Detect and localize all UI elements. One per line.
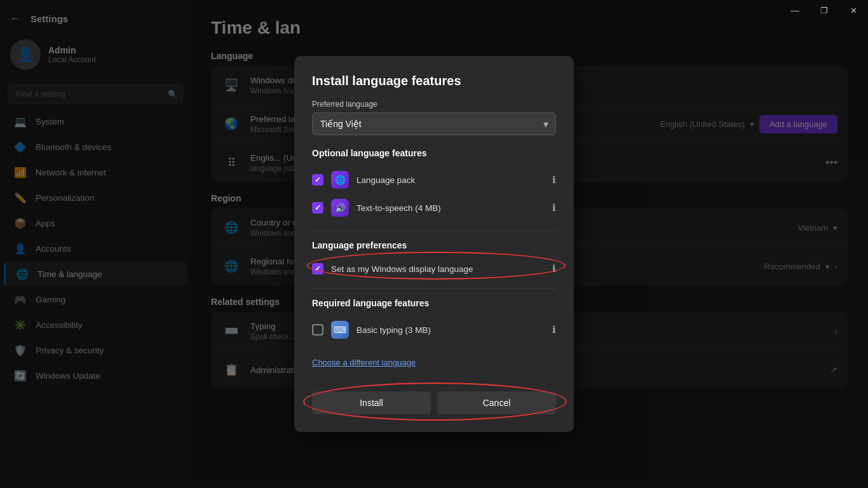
basic-typing-checkbox[interactable] <box>312 324 323 336</box>
lang-prefs-title: Language preferences <box>312 240 556 250</box>
close-button[interactable]: ✕ <box>839 0 868 20</box>
language-dropdown[interactable]: Tiếng Việt <box>312 112 556 135</box>
lang-dropdown-wrap: Tiếng Việt ▾ <box>312 112 556 135</box>
text-to-speech-label: Text-to-speech (4 MB) <box>356 203 545 213</box>
basic-typing-row: ⌨ Basic typing (3 MB) ℹ <box>312 316 556 344</box>
divider-2 <box>312 288 556 289</box>
modal-overlay: Install language features Preferred lang… <box>0 0 868 488</box>
language-pack-checkbox[interactable]: ✓ <box>312 174 323 186</box>
set-display-lang-label: Set as my Windows display language <box>331 264 545 274</box>
install-language-dialog: Install language features Preferred lang… <box>294 56 574 432</box>
text-to-speech-checkbox[interactable]: ✓ <box>312 202 323 214</box>
info-icon[interactable]: ℹ <box>552 174 556 186</box>
cancel-button[interactable]: Cancel <box>437 391 556 414</box>
info-icon[interactable]: ℹ <box>552 263 556 274</box>
basic-typing-icon: ⌨ <box>331 321 349 339</box>
info-icon[interactable]: ℹ <box>552 324 556 336</box>
set-display-lang-checkbox[interactable]: ✓ <box>312 263 323 274</box>
preferred-language-label: Preferred language <box>312 100 556 109</box>
dialog-title: Install language features <box>312 74 556 88</box>
dialog-footer: Install Cancel <box>312 391 556 414</box>
install-button[interactable]: Install <box>312 391 431 414</box>
basic-typing-label: Basic typing (3 MB) <box>356 325 545 335</box>
choose-different-language-link[interactable]: Choose a different language <box>312 358 416 367</box>
language-prefs-section: Language preferences ✓ Set as my Windows… <box>312 240 556 280</box>
info-icon[interactable]: ℹ <box>552 202 556 214</box>
language-pack-row: ✓ 🌐 Language pack ℹ <box>312 166 556 194</box>
text-to-speech-row: ✓ 🔊 Text-to-speech (4 MB) ℹ <box>312 194 556 222</box>
optional-features-title: Optional language features <box>312 148 556 158</box>
maximize-button[interactable]: ❐ <box>810 0 839 20</box>
set-display-language-row: ✓ Set as my Windows display language ℹ <box>312 258 556 280</box>
required-features-title: Required language features <box>312 298 556 308</box>
minimize-button[interactable]: — <box>780 0 810 20</box>
language-pack-label: Language pack <box>356 175 545 185</box>
window-controls: — ❐ ✕ <box>780 0 868 20</box>
language-pack-icon: 🌐 <box>331 171 349 189</box>
text-to-speech-icon: 🔊 <box>331 199 349 217</box>
divider <box>312 231 556 231</box>
